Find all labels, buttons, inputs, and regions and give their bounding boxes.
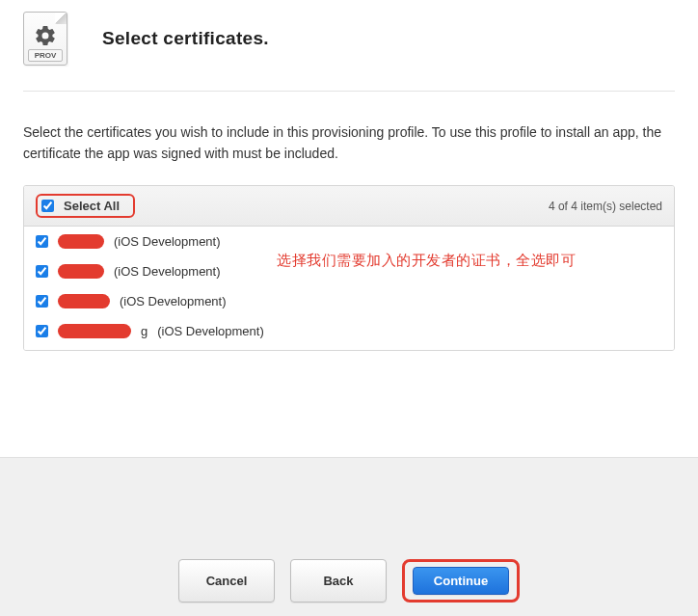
annotation-text: 选择我们需要加入的开发者的证书，全选即可: [277, 252, 576, 270]
certificate-type-label: (iOS Development): [120, 294, 227, 308]
continue-highlight: Continue: [402, 559, 520, 603]
gear-icon: [24, 24, 67, 47]
redacted-name: [58, 324, 131, 338]
certificate-checkbox[interactable]: [36, 325, 48, 337]
prov-icon-tag: PROV: [28, 49, 63, 62]
select-all-label: Select All: [64, 199, 120, 213]
button-row: Cancel Back Continue: [0, 559, 698, 603]
certificate-checkbox[interactable]: [36, 265, 48, 278]
continue-button[interactable]: Continue: [413, 567, 509, 595]
instructions-text: Select the certificates you wish to incl…: [23, 92, 675, 185]
certificate-row[interactable]: g (iOS Development): [24, 316, 674, 346]
certificate-panel-header: Select All 4 of 4 item(s) selected: [24, 186, 674, 227]
cancel-button[interactable]: Cancel: [178, 559, 275, 603]
page-title: Select certificates.: [102, 28, 269, 49]
back-button[interactable]: Back: [290, 559, 387, 603]
certificate-partial-letter: g: [141, 324, 148, 338]
certificate-type-label: (iOS Development): [114, 234, 221, 249]
certificate-checkbox[interactable]: [36, 235, 48, 248]
certificate-type-label: (iOS Development): [114, 264, 221, 279]
redacted-name: [58, 234, 104, 249]
provisioning-profile-icon: PROV: [23, 12, 67, 66]
certificate-checkbox[interactable]: [36, 295, 48, 308]
certificate-type-label: (iOS Development): [157, 324, 264, 338]
header: PROV Select certificates.: [23, 12, 675, 92]
redacted-name: [58, 264, 104, 279]
select-all-checkbox[interactable]: [41, 200, 54, 212]
certificate-row[interactable]: (iOS Development): [24, 286, 674, 316]
select-all-highlight: Select All: [36, 194, 135, 218]
certificate-panel: Select All 4 of 4 item(s) selected (iOS …: [23, 185, 675, 351]
footer-bar: Cancel Back Continue: [0, 457, 698, 616]
selection-count-label: 4 of 4 item(s) selected: [549, 200, 662, 213]
certificate-list: (iOS Development) (iOS Development) (iOS…: [24, 227, 674, 350]
redacted-name: [58, 294, 110, 308]
